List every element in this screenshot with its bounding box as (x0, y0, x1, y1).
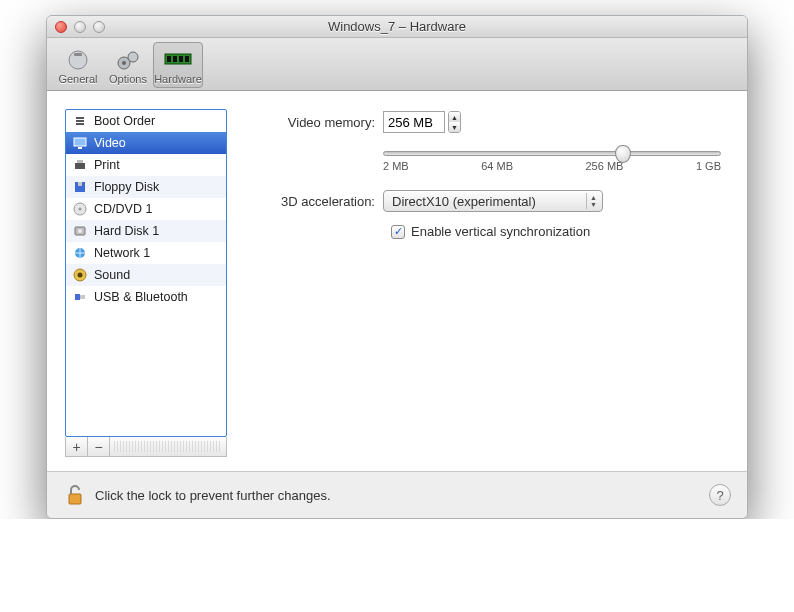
video-memory-label: Video memory: (251, 115, 383, 130)
sidebar-item-label: Video (94, 136, 126, 150)
svg-rect-10 (74, 138, 86, 146)
add-button[interactable]: + (66, 437, 88, 456)
vsync-row: ✓ Enable vertical synchronization (391, 224, 729, 239)
stepper-down[interactable]: ▼ (449, 122, 460, 132)
window-title: Windows_7 – Hardware (47, 19, 747, 34)
svg-rect-6 (167, 56, 171, 62)
sidebar-item-print[interactable]: Print (66, 154, 226, 176)
vsync-label: Enable vertical synchronization (411, 224, 590, 239)
close-button[interactable] (55, 21, 67, 33)
svg-rect-1 (74, 53, 82, 56)
toolbar-label: General (58, 73, 97, 85)
hardware-list[interactable]: Boot Order Video Print Floppy Disk CD/DV… (65, 109, 227, 437)
stepper-buttons: ▲ ▼ (448, 111, 461, 133)
sidebar-item-usb[interactable]: USB & Bluetooth (66, 286, 226, 308)
speaker-icon (72, 267, 88, 283)
video-memory-slider-row: 2 MB 64 MB 256 MB 1 GB (251, 143, 729, 172)
footer: Click the lock to prevent further change… (47, 471, 747, 518)
accel-popup[interactable]: DirectX10 (experimental) ▲▼ (383, 190, 603, 212)
svg-rect-24 (80, 295, 85, 299)
svg-rect-13 (77, 160, 83, 163)
monitor-icon (72, 135, 88, 151)
harddisk-icon (72, 223, 88, 239)
sidebar-item-cddvd[interactable]: CD/DVD 1 (66, 198, 226, 220)
accel-value: DirectX10 (experimental) (392, 194, 536, 209)
stepper-up[interactable]: ▲ (449, 112, 460, 122)
accel-row: 3D acceleration: DirectX10 (experimental… (251, 190, 729, 212)
accel-label: 3D acceleration: (251, 194, 383, 209)
svg-point-4 (128, 52, 138, 62)
grip (114, 441, 222, 452)
svg-point-22 (78, 273, 83, 278)
svg-rect-11 (78, 147, 82, 149)
tick-label: 1 GB (696, 160, 721, 172)
sidebar-item-network[interactable]: Network 1 (66, 242, 226, 264)
minimize-button[interactable] (74, 21, 86, 33)
svg-point-17 (79, 208, 82, 211)
svg-rect-8 (179, 56, 183, 62)
toolbar-label: Options (109, 73, 147, 85)
sidebar-item-label: CD/DVD 1 (94, 202, 152, 216)
video-memory-input[interactable] (383, 111, 445, 133)
tick-label: 64 MB (481, 160, 513, 172)
toolbar-label: Hardware (154, 73, 202, 85)
settings-pane: Video memory: ▲ ▼ 2 MB (251, 109, 729, 457)
svg-point-19 (78, 229, 82, 233)
remove-button[interactable]: − (88, 437, 110, 456)
toolbar-tab-general[interactable]: General (53, 42, 103, 88)
popup-arrows-icon: ▲▼ (586, 193, 600, 209)
svg-point-3 (122, 61, 126, 65)
traffic-lights (55, 21, 105, 33)
general-icon (63, 47, 93, 73)
boot-order-icon (72, 113, 88, 129)
titlebar: Windows_7 – Hardware (47, 16, 747, 38)
sidebar: Boot Order Video Print Floppy Disk CD/DV… (65, 109, 227, 457)
zoom-button[interactable] (93, 21, 105, 33)
sidebar-item-label: USB & Bluetooth (94, 290, 188, 304)
svg-rect-23 (75, 294, 80, 300)
tick-label: 2 MB (383, 160, 409, 172)
gears-icon (113, 47, 143, 73)
sidebar-item-sound[interactable]: Sound (66, 264, 226, 286)
printer-icon (72, 157, 88, 173)
svg-rect-15 (78, 182, 82, 186)
preferences-window: Windows_7 – Hardware General Options Har… (46, 15, 748, 519)
content-area: Boot Order Video Print Floppy Disk CD/DV… (47, 91, 747, 471)
toolbar-tab-options[interactable]: Options (103, 42, 153, 88)
svg-rect-12 (75, 163, 85, 169)
svg-rect-9 (185, 56, 189, 62)
sidebar-item-label: Print (94, 158, 120, 172)
sidebar-item-label: Hard Disk 1 (94, 224, 159, 238)
memory-chip-icon (163, 47, 193, 73)
video-memory-stepper: ▲ ▼ (383, 111, 461, 133)
toolbar-tab-hardware[interactable]: Hardware (153, 42, 203, 88)
slider-track[interactable] (383, 151, 721, 156)
sidebar-item-harddisk[interactable]: Hard Disk 1 (66, 220, 226, 242)
sidebar-item-video[interactable]: Video (66, 132, 226, 154)
vsync-checkbox[interactable]: ✓ (391, 225, 405, 239)
floppy-icon (72, 179, 88, 195)
video-memory-slider[interactable]: 2 MB 64 MB 256 MB 1 GB (383, 143, 721, 172)
help-button[interactable]: ? (709, 484, 731, 506)
video-memory-row: Video memory: ▲ ▼ (251, 111, 729, 133)
svg-rect-7 (173, 56, 177, 62)
sidebar-item-label: Boot Order (94, 114, 155, 128)
list-actions: + − (65, 437, 227, 457)
lock-icon[interactable] (63, 484, 85, 506)
sidebar-item-label: Sound (94, 268, 130, 282)
disc-icon (72, 201, 88, 217)
toolbar: General Options Hardware (47, 38, 747, 91)
sidebar-item-floppy[interactable]: Floppy Disk (66, 176, 226, 198)
lock-text: Click the lock to prevent further change… (95, 488, 331, 503)
svg-rect-25 (69, 494, 81, 504)
sidebar-item-label: Floppy Disk (94, 180, 159, 194)
sidebar-item-label: Network 1 (94, 246, 150, 260)
network-icon (72, 245, 88, 261)
sidebar-item-boot-order[interactable]: Boot Order (66, 110, 226, 132)
usb-icon (72, 289, 88, 305)
slider-ticks: 2 MB 64 MB 256 MB 1 GB (383, 160, 721, 172)
